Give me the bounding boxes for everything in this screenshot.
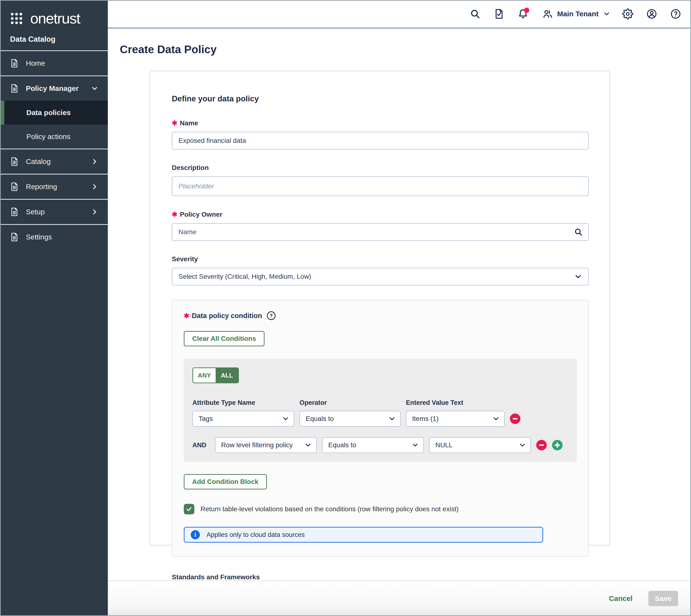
checkbox-label: Return table-level violations based on t…: [201, 505, 459, 513]
operator-dropdown[interactable]: Equals to: [322, 437, 424, 453]
table-violations-checkbox[interactable]: [184, 504, 194, 514]
info-alert-text: Applies only to cloud data sources: [206, 531, 305, 538]
description-input[interactable]: [172, 176, 589, 196]
column-label-operator: Operator: [299, 399, 401, 406]
chevron-down-icon: [411, 441, 419, 449]
check-icon: [186, 506, 193, 512]
sidebar-item-label: Data policies: [26, 109, 71, 117]
info-icon: i: [191, 530, 200, 539]
sidebar-item-catalog[interactable]: Catalog: [0, 149, 108, 174]
settings-button[interactable]: [621, 7, 634, 21]
topbar: Main Tenant: [108, 0, 691, 28]
sidebar-item-data-policies[interactable]: Data policies: [0, 101, 108, 125]
required-asterisk: ✱: [172, 211, 177, 218]
description-label: Description: [172, 164, 588, 172]
chevron-down-icon: [518, 441, 526, 449]
sidebar-item-reporting[interactable]: Reporting: [0, 175, 108, 199]
policy-owner-field-group: ✱ Policy Owner: [172, 211, 588, 241]
account-icon: [646, 8, 657, 19]
sidebar: onetrust Data Catalog Home Policy Manage…: [0, 0, 108, 616]
search-icon: [470, 8, 481, 19]
sidebar-item-label: Home: [26, 59, 45, 67]
attribute-dropdown[interactable]: Row level filtering policy: [215, 437, 317, 453]
condition-panel: ANY ALL Attribute Type Name Operator Ent…: [184, 359, 577, 462]
sidebar-item-label: Reporting: [26, 183, 57, 191]
attribute-dropdown[interactable]: Tags: [193, 411, 294, 427]
chevron-right-icon: [91, 208, 99, 216]
value-dropdown[interactable]: NULL: [429, 437, 531, 453]
sidebar-item-label: Catalog: [26, 157, 50, 166]
help-button[interactable]: [669, 7, 683, 21]
chevron-down-icon: [91, 84, 99, 92]
column-label-attribute: Attribute Type Name: [193, 399, 294, 406]
sidebar-item-label: Setup: [26, 208, 45, 216]
document-icon: [9, 59, 19, 68]
sidebar-item-setup[interactable]: Setup: [0, 200, 108, 224]
policy-owner-label: ✱ Policy Owner: [172, 211, 588, 218]
chevron-down-icon: [282, 415, 289, 423]
condition-column-labels: Attribute Type Name Operator Entered Val…: [193, 399, 568, 406]
severity-label: Severity: [172, 255, 588, 263]
sidebar-item-policy-actions[interactable]: Policy actions: [0, 125, 108, 149]
name-label: ✱ Name: [172, 119, 588, 127]
help-icon[interactable]: ?: [267, 311, 275, 320]
document-icon: [9, 182, 19, 192]
severity-field-group: Severity Select Severity (Critical, High…: [172, 255, 588, 285]
required-asterisk: ✱: [184, 312, 189, 320]
standards-frameworks-label: Standards and Frameworks: [172, 573, 588, 581]
policy-form-card: Define your data policy ✱ Name Descripti…: [150, 71, 610, 545]
add-condition-block-button[interactable]: Add Condition Block: [184, 474, 267, 489]
operator-dropdown[interactable]: Equals to: [299, 411, 401, 427]
page-title: Create Data Policy: [120, 43, 691, 56]
toggle-all[interactable]: ALL: [216, 368, 238, 382]
condition-label-row: ✱ Data policy condition ?: [184, 311, 577, 320]
required-asterisk: ✱: [172, 119, 177, 127]
notifications-button[interactable]: [516, 7, 530, 21]
document-icon: [9, 84, 19, 93]
document-icon: [9, 232, 19, 242]
conjunction-label: AND: [193, 441, 210, 449]
value-dropdown[interactable]: Items (1): [406, 411, 505, 427]
cancel-button[interactable]: Cancel: [609, 594, 632, 602]
chevron-down-icon: [388, 415, 396, 423]
info-alert: i Applies only to cloud data sources: [184, 527, 543, 543]
clear-all-conditions-button[interactable]: Clear All Conditions: [184, 331, 265, 346]
tenant-selector[interactable]: Main Tenant: [542, 8, 610, 19]
toggle-any[interactable]: ANY: [193, 368, 216, 382]
chevron-down-icon: [603, 10, 610, 18]
document-check-button[interactable]: [492, 7, 506, 21]
remove-condition-button[interactable]: [536, 440, 547, 450]
logo-wordmark: onetrust: [30, 11, 80, 26]
sidebar-item-settings[interactable]: Settings: [0, 225, 108, 249]
condition-label: Data policy condition: [192, 312, 262, 320]
search-button[interactable]: [468, 7, 482, 21]
column-label-value: Entered Value Text: [406, 399, 505, 406]
account-button[interactable]: [645, 7, 659, 21]
sidebar-item-home[interactable]: Home: [0, 51, 108, 75]
chevron-down-icon: [574, 272, 582, 281]
sidebar-item-policy-manager[interactable]: Policy Manager: [0, 76, 108, 101]
gear-icon: [622, 8, 633, 19]
condition-section: ✱ Data policy condition ? Clear All Cond…: [172, 300, 589, 556]
chevron-down-icon: [492, 415, 500, 423]
brand-logo[interactable]: onetrust: [0, 0, 108, 28]
product-label: Data Catalog: [0, 28, 108, 50]
policy-owner-input[interactable]: [172, 223, 589, 241]
severity-select[interactable]: Select Severity (Critical, High, Medium,…: [172, 268, 589, 285]
remove-condition-button[interactable]: [510, 414, 520, 424]
condition-row-2: AND Row level filtering policy Equals to…: [193, 437, 568, 453]
name-input[interactable]: [172, 132, 589, 150]
severity-value: Select Severity (Critical, High, Medium,…: [178, 273, 311, 281]
notification-dot: [524, 8, 529, 13]
add-condition-button[interactable]: [552, 440, 562, 450]
sidebar-item-label: Policy Manager: [26, 84, 79, 92]
chevron-right-icon: [91, 183, 99, 191]
save-button[interactable]: Save: [648, 591, 678, 606]
table-violations-checkbox-row: Return table-level violations based on t…: [184, 504, 577, 514]
footer-action-bar: Cancel Save: [108, 580, 691, 616]
tenant-label: Main Tenant: [557, 10, 599, 18]
app-window: onetrust Data Catalog Home Policy Manage…: [0, 0, 691, 616]
help-icon: [670, 8, 681, 19]
main-content: Create Data Policy Define your data poli…: [108, 29, 691, 616]
name-field-group: ✱ Name: [172, 119, 588, 150]
